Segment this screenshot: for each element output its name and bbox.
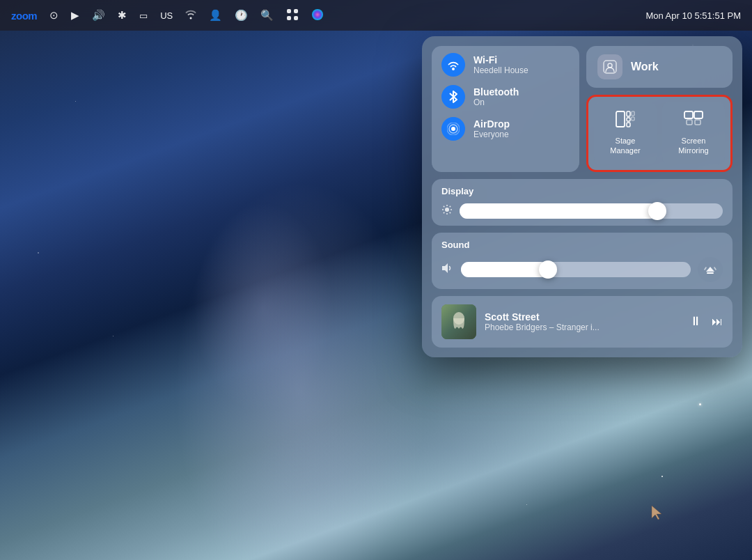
bluetooth-text: Bluetooth On [473,86,519,107]
menubar-right: Mon Apr 10 5:51:51 PM [645,10,741,21]
airdrop-text: AirDrop Everyone [473,118,510,139]
airplay-button[interactable] [698,257,723,282]
svg-rect-20 [695,120,700,125]
svg-marker-30 [442,263,448,273]
portrait-icon[interactable]: 👤 [209,9,222,22]
wifi-item[interactable]: Wi-Fi Needell House [441,53,570,77]
svg-rect-18 [694,111,703,118]
airdrop-subtitle: Everyone [473,130,510,139]
wifi-text: Wi-Fi Needell House [473,54,528,75]
brightness-slider[interactable] [460,203,723,219]
siri-icon[interactable] [311,8,324,23]
display-title: Display [441,186,723,196]
wifi-menubar-icon[interactable] [185,10,196,22]
stage-manager-icon [616,111,635,132]
svg-line-27 [450,212,451,213]
svg-point-21 [445,208,449,212]
battery-icon: ▭ [139,10,148,21]
stage-manager-label: Stage Manager [610,136,640,156]
brightness-row [441,203,723,219]
focus-tile[interactable]: Work [586,46,733,88]
airdrop-item[interactable]: AirDrop Everyone [441,117,570,141]
stage-mirror-block: Stage Manager Screen [586,95,733,172]
volume-slider[interactable] [461,262,691,277]
svg-rect-13 [627,118,630,121]
svg-rect-16 [632,117,634,120]
svg-rect-1 [294,9,298,13]
volume-icon[interactable]: 🔊 [92,9,105,22]
sound-section: Sound [432,233,733,289]
svg-rect-19 [687,120,692,125]
volume-row [441,257,723,282]
menubar-left: zoom ⊙ ▶ 🔊 ✱ ▭ US 👤 🕐 🔍 [11,8,324,23]
focus-title: Work [631,61,659,73]
brightness-icon [441,204,453,217]
svg-line-28 [444,212,444,213]
screen-mirroring-label: Screen Mirroring [678,136,708,156]
zoom-logo: zoom [11,10,37,22]
wifi-icon [441,53,465,77]
svg-rect-0 [287,9,291,13]
svg-point-5 [452,68,455,70]
focus-icon [597,54,622,79]
search-menubar-icon[interactable]: 🔍 [260,9,274,22]
cc-top-section: Wi-Fi Needell House Bluetooth On [432,46,733,172]
wifi-subtitle: Needell House [473,65,528,75]
cc-right-section: Work Sta [586,46,733,172]
track-artist: Phoebe Bridgers – Stranger i... [485,322,681,332]
datetime: Mon Apr 10 5:51:51 PM [645,10,741,21]
pause-button[interactable]: ⏸ [689,314,702,329]
bluetooth-icon [441,85,465,109]
track-info: Scott Street Phoebe Bridgers – Stranger … [485,311,681,332]
screen-mirroring-icon [684,111,703,132]
now-playing-section: Scott Street Phoebe Bridgers – Stranger … [432,296,733,348]
bluetooth-subtitle: On [473,98,519,107]
playback-controls: ⏸ ⏭ [689,314,723,329]
next-button[interactable]: ⏭ [712,316,723,328]
clock-history-icon[interactable]: 🕐 [235,9,248,22]
bluetooth-title: Bluetooth [473,86,519,98]
svg-point-4 [312,9,323,20]
display-section: Display [432,179,733,226]
menubar: zoom ⊙ ▶ 🔊 ✱ ▭ US 👤 🕐 🔍 [0,0,752,31]
screen-record-icon[interactable]: ⊙ [49,9,58,22]
stage-manager-tile[interactable]: Stage Manager [594,102,657,164]
svg-rect-14 [627,123,630,127]
svg-line-26 [444,206,444,207]
play-icon[interactable]: ▶ [71,9,79,22]
album-art [441,304,476,339]
keyboard-layout: US [160,10,173,21]
svg-rect-15 [632,111,634,116]
track-title: Scott Street [485,311,681,322]
svg-rect-12 [627,111,630,116]
volume-control-icon [441,263,454,276]
bluetooth-item[interactable]: Bluetooth On [441,85,570,109]
svg-point-10 [608,63,612,68]
wifi-title: Wi-Fi [473,54,528,65]
airdrop-title: AirDrop [473,118,510,130]
connectivity-block: Wi-Fi Needell House Bluetooth On [432,46,579,172]
svg-point-6 [451,127,455,131]
svg-rect-17 [684,111,693,118]
control-center-panel: Wi-Fi Needell House Bluetooth On [422,36,742,357]
svg-rect-3 [294,16,298,20]
screen-mirroring-tile[interactable]: Screen Mirroring [662,102,725,164]
svg-line-29 [450,206,451,207]
sound-title: Sound [441,240,723,250]
airdrop-icon [441,117,465,141]
control-center-icon[interactable] [286,8,299,23]
svg-rect-11 [616,111,625,127]
svg-rect-2 [287,16,291,20]
svg-rect-31 [707,272,714,274]
bluetooth-menubar-icon[interactable]: ✱ [118,9,127,22]
